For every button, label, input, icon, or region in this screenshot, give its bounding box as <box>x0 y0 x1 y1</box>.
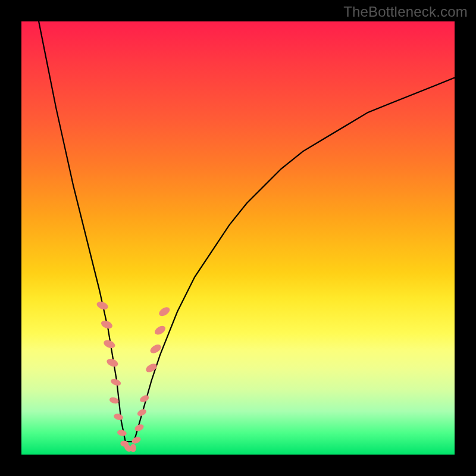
curve-marker <box>113 413 124 421</box>
curve-marker <box>145 362 158 374</box>
chart-frame: TheBottleneck.com <box>0 0 476 476</box>
curve-marker <box>139 394 150 403</box>
marker-layer <box>96 300 171 453</box>
plot-area <box>21 21 455 455</box>
watermark-text: TheBottleneck.com <box>343 4 468 20</box>
curve-marker <box>130 444 136 452</box>
curve-marker <box>117 429 127 437</box>
curve-marker <box>109 396 120 405</box>
curve-marker <box>153 324 167 337</box>
curve-svg <box>21 21 455 455</box>
curve-marker <box>158 305 171 318</box>
bottleneck-curve <box>39 21 455 441</box>
curve-marker <box>131 436 142 445</box>
